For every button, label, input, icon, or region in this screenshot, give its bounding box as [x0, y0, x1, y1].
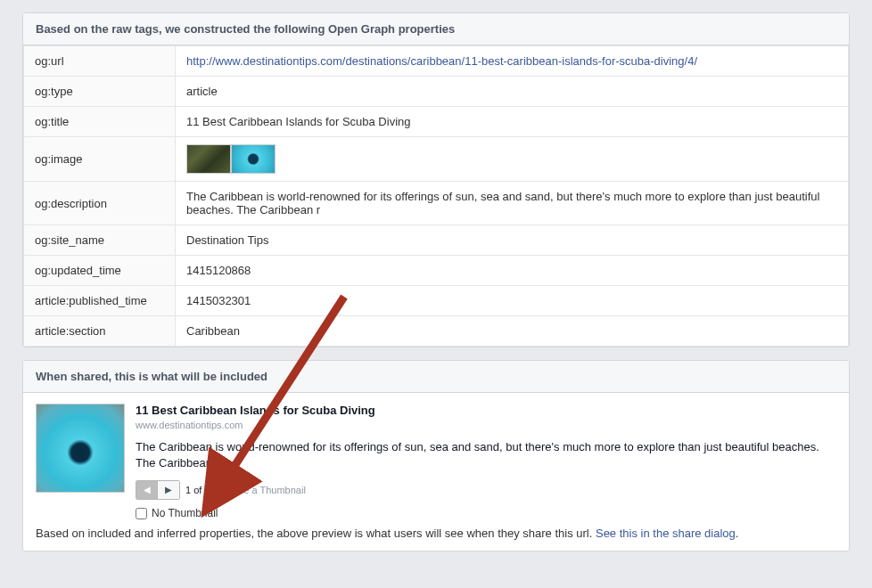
property-key: og:type — [24, 77, 176, 107]
table-row: og:descriptionThe Caribbean is world-ren… — [24, 182, 849, 225]
property-key: og:image — [24, 137, 176, 182]
property-value: http://www.destinationtips.com/destinati… — [176, 46, 849, 77]
thumbnail-choose-label: Choose a Thumbnail — [216, 485, 306, 495]
arrow-right-icon: ▶ — [165, 486, 172, 494]
footer-prefix: Based on included and inferred propertie… — [36, 527, 596, 540]
preview-content: 11 Best Caribbean Islands for Scuba Divi… — [136, 404, 836, 500]
property-key: article:section — [24, 316, 176, 347]
thumbnail-nav: ◀ ▶ 1 of 2 Choose a Thumbnail — [136, 480, 836, 500]
footer-suffix: . — [736, 527, 739, 540]
property-value: 1415032301 — [176, 286, 849, 316]
og-properties-panel: Based on the raw tags, we constructed th… — [22, 12, 850, 347]
property-key: og:url — [24, 46, 176, 77]
thumbnail-counter: 1 of 2 — [185, 485, 210, 495]
og-url-link[interactable]: http://www.destinationtips.com/destinati… — [186, 54, 697, 68]
share-preview-row: 11 Best Caribbean Islands for Scuba Divi… — [36, 404, 836, 500]
property-value: 1415120868 — [176, 256, 849, 286]
table-row: og:image — [24, 137, 849, 182]
table-row: article:published_time1415032301 — [24, 286, 849, 316]
og-properties-table: og:urlhttp://www.destinationtips.com/des… — [23, 45, 849, 347]
og-image-thumb — [186, 144, 231, 174]
property-value: 11 Best Caribbean Islands for Scuba Divi… — [176, 107, 849, 137]
table-row: article:sectionCaribbean — [24, 316, 849, 347]
thumbnail-nav-buttons: ◀ ▶ — [136, 480, 180, 500]
table-row: og:typearticle — [24, 77, 849, 107]
property-key: og:description — [24, 182, 176, 225]
no-thumbnail-checkbox[interactable] — [136, 508, 147, 519]
table-row: og:site_nameDestination Tips — [24, 225, 849, 256]
og-image-thumb — [231, 144, 276, 174]
preview-thumbnail-image — [36, 404, 125, 493]
property-value: Caribbean — [176, 316, 849, 347]
property-value: The Caribbean is world-renowned for its … — [176, 182, 849, 225]
property-key: og:updated_time — [24, 256, 176, 286]
preview-title: 11 Best Caribbean Islands for Scuba Divi… — [136, 404, 836, 417]
no-thumbnail-label[interactable]: No Thumbnail — [136, 507, 836, 519]
thumbnail-prev-button[interactable]: ◀ — [136, 481, 158, 499]
no-thumbnail-text: No Thumbnail — [152, 507, 218, 519]
property-key: og:title — [24, 107, 176, 137]
property-value: Destination Tips — [176, 225, 849, 256]
property-key: article:published_time — [24, 286, 176, 316]
thumbnail-next-button[interactable]: ▶ — [158, 481, 179, 499]
property-key: og:site_name — [24, 225, 176, 256]
see-share-dialog-link[interactable]: See this in the share dialog — [596, 527, 736, 540]
table-row: og:urlhttp://www.destinationtips.com/des… — [24, 46, 849, 77]
property-value — [176, 137, 849, 182]
preview-footer-text: Based on included and inferred propertie… — [36, 527, 836, 540]
share-preview-panel: When shared, this is what will be includ… — [22, 360, 850, 551]
share-preview-header: When shared, this is what will be includ… — [23, 361, 849, 393]
preview-description: The Caribbean is world-renowned for its … — [136, 439, 836, 471]
table-row: og:updated_time1415120868 — [24, 256, 849, 286]
preview-domain: www.destinationtips.com — [136, 420, 836, 430]
table-row: og:title11 Best Caribbean Islands for Sc… — [24, 107, 849, 137]
arrow-left-icon: ◀ — [144, 486, 151, 494]
og-image-thumbnails — [186, 144, 837, 174]
property-value: article — [176, 77, 849, 107]
og-properties-header: Based on the raw tags, we constructed th… — [23, 13, 849, 45]
